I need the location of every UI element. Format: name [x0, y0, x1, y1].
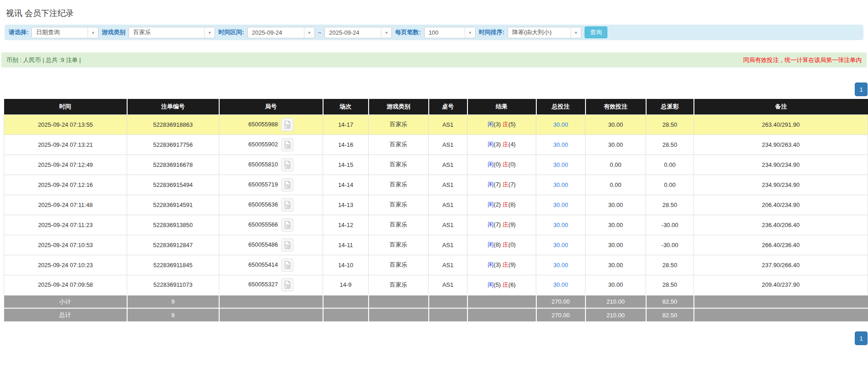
caret-down-icon[interactable]: ▾	[381, 27, 391, 38]
cell-remark: 209.40/237.90	[694, 275, 868, 295]
cell-result: 闲(0) 庄(0)	[467, 155, 536, 175]
column-header: 有效投注	[586, 99, 646, 114]
cell-table-no: AS1	[429, 134, 467, 155]
cell-session: 14-13	[323, 195, 369, 215]
cell-valid-bet: 30.00	[586, 134, 646, 155]
cell-remark: 266.40/236.40	[694, 235, 868, 255]
cell-total-bet: 30.00	[536, 275, 586, 295]
cell-valid-bet: 30.00	[586, 235, 646, 255]
cell-valid-bet: 30.00	[586, 215, 646, 235]
date-from-select[interactable]: 2025-09-24 ▾	[247, 27, 315, 38]
video-replay-icon[interactable]	[281, 258, 293, 272]
total-row-cell-7: 270.00	[536, 308, 586, 321]
bet-amount-link[interactable]: 30.00	[553, 262, 568, 269]
column-header: 备注	[694, 99, 868, 114]
page-1-button[interactable]: 1	[855, 83, 868, 96]
cell-payout: -30.00	[646, 235, 694, 255]
result-banker-score: (0)	[508, 241, 516, 248]
caret-down-icon[interactable]: ▾	[570, 27, 581, 38]
records-table: 时间注单编号局号场次游戏类别桌号结果总投注有效投注总派彩备注 2025-09-2…	[4, 99, 868, 321]
result-player-score: (7)	[493, 221, 501, 228]
cell-round: 650055988	[219, 114, 323, 134]
result-banker: 庄	[503, 121, 508, 128]
cell-total-bet: 30.00	[536, 175, 586, 195]
cell-game-type: 百家乐	[369, 175, 429, 195]
cell-game-type: 百家乐	[369, 155, 429, 175]
bet-amount-link[interactable]: 30.00	[553, 141, 568, 148]
column-header: 局号	[219, 99, 323, 114]
cell-valid-bet: 30.00	[586, 195, 646, 215]
subtotal-row: 小计9270.00210.0082.50	[4, 295, 868, 308]
bet-amount-link[interactable]: 30.00	[553, 222, 568, 228]
cell-bet-id: 522836911073	[127, 275, 219, 295]
round-number: 650055988	[248, 120, 278, 127]
subtotal-row-cell-0: 小计	[4, 295, 127, 308]
cell-session: 14-12	[323, 215, 369, 235]
round-number: 650055566	[248, 221, 278, 227]
cell-result: 闲(3) 庄(4)	[467, 134, 536, 155]
result-banker-score: (7)	[508, 181, 516, 188]
bet-amount-link[interactable]: 30.00	[553, 181, 568, 188]
result-player-score: (2)	[493, 201, 501, 208]
result-player: 闲	[488, 221, 493, 228]
cell-table-no: AS1	[429, 175, 467, 195]
bet-amount-link[interactable]: 30.00	[553, 121, 568, 128]
cell-total-bet: 30.00	[536, 134, 586, 155]
result-banker-score: (6)	[508, 281, 516, 288]
video-replay-icon[interactable]	[281, 218, 293, 232]
cell-bet-id: 522836915494	[127, 175, 219, 195]
caret-down-icon[interactable]: ▾	[204, 27, 215, 38]
table-row: 2025-09-24 07:10:53522836912847650055486…	[4, 235, 868, 255]
round-number: 650055327	[248, 281, 278, 288]
bet-amount-link[interactable]: 30.00	[553, 281, 568, 288]
subtotal-row-cell-10	[694, 295, 868, 308]
cell-bet-id: 522836914591	[127, 195, 219, 215]
video-replay-icon[interactable]	[281, 178, 293, 191]
bet-amount-link[interactable]: 30.00	[553, 202, 568, 208]
caret-down-icon[interactable]: ▾	[465, 27, 475, 38]
cell-session: 14-17	[323, 114, 369, 134]
result-banker: 庄	[503, 201, 508, 208]
subtotal-row-cell-4	[369, 295, 429, 308]
cell-result: 闲(5) 庄(6)	[467, 275, 536, 295]
result-player: 闲	[488, 281, 493, 288]
search-button[interactable]: 查询	[585, 26, 607, 38]
video-replay-icon[interactable]	[281, 238, 293, 252]
date-to-select[interactable]: 2025-09-24 ▾	[324, 27, 392, 38]
column-header: 结果	[467, 99, 536, 114]
subtotal-row-cell-8: 210.00	[586, 295, 646, 308]
cell-payout: 28.50	[646, 195, 694, 215]
summary-bar: 币别 : 人民币 | 总共 :9 注单 | 同局有效投注，统一计算在该局第一张注…	[1, 52, 867, 67]
cell-valid-bet: 0.00	[586, 175, 646, 195]
table-row: 2025-09-24 07:11:23522836913850650055566…	[4, 215, 868, 235]
bet-amount-link[interactable]: 30.00	[553, 161, 568, 168]
video-replay-icon[interactable]	[281, 138, 293, 151]
total-row-cell-10	[694, 308, 868, 321]
video-replay-icon[interactable]	[281, 158, 293, 171]
result-banker: 庄	[503, 261, 508, 268]
page-1-button[interactable]: 1	[855, 331, 868, 345]
video-replay-icon[interactable]	[281, 278, 293, 291]
query-mode-select[interactable]: 日期查询 ▾	[31, 27, 98, 38]
page-size-value: 100	[425, 27, 465, 38]
game-type-select[interactable]: 百家乐 ▾	[128, 27, 215, 38]
sort-order-select[interactable]: 降幂(由大到小) ▾	[508, 27, 581, 38]
page-size-select[interactable]: 100 ▾	[424, 27, 476, 38]
subtotal-row-cell-1: 9	[127, 295, 219, 308]
tilde-separator: ~	[318, 29, 322, 36]
result-player-score: (3)	[493, 141, 501, 148]
table-row: 2025-09-24 07:09:58522836911073650055327…	[4, 275, 868, 295]
caret-down-icon[interactable]: ▾	[87, 27, 98, 38]
bet-amount-link[interactable]: 30.00	[553, 242, 568, 248]
video-replay-icon[interactable]	[281, 198, 293, 212]
cell-game-type: 百家乐	[369, 195, 429, 215]
result-banker: 庄	[503, 161, 508, 168]
pagination-top: 1	[0, 83, 868, 96]
result-banker: 庄	[503, 281, 508, 288]
total-row-cell-2	[219, 308, 323, 321]
cell-total-bet: 30.00	[536, 155, 586, 175]
caret-down-icon[interactable]: ▾	[304, 27, 314, 38]
video-replay-icon[interactable]	[281, 118, 293, 131]
cell-result: 闲(2) 庄(8)	[467, 195, 536, 215]
cell-payout: 28.50	[646, 255, 694, 275]
